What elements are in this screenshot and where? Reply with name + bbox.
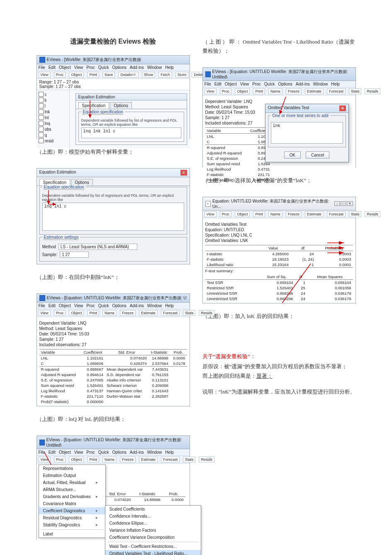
tab-specification[interactable]: Specification [78,102,110,109]
menu-item[interactable]: Options [112,303,126,308]
menu-item[interactable]: File [39,65,45,70]
maximize-icon[interactable]: □ [341,201,346,206]
menu-item[interactable]: Quick [98,450,109,455]
menu-item[interactable]: Label [39,531,105,538]
workfile-var[interactable]: resid [39,138,68,143]
workfile-var[interactable]: lnq [39,121,68,126]
toolbar-button[interactable]: Resids [199,457,214,462]
submenu-item[interactable]: Confidence Intervals... [105,513,201,520]
method-select[interactable]: LS - Least Squares (NLS and ARMA) [58,244,137,250]
menu-item[interactable]: Object [59,303,71,308]
menu-item[interactable]: Estimation Output [39,472,105,479]
menu-item[interactable]: Stability Diagnostics▸ [39,521,105,528]
toolbar-button[interactable]: Estimate [139,457,158,462]
toolbar-button[interactable]: Name [102,310,117,316]
menu-item[interactable]: Coefficient Diagnostics▸ [39,507,105,514]
menu-item[interactable]: Options [112,65,126,70]
menu-item[interactable]: Edit [49,65,56,70]
toolbar-button[interactable]: Name [102,457,117,462]
workfile-var[interactable]: obs [39,127,68,132]
menu-item[interactable]: Help [165,450,174,455]
menu-item[interactable]: Options [112,450,126,455]
menu-item[interactable]: Quick [98,303,109,308]
toolbar-button[interactable]: View [39,310,51,316]
menu-item[interactable]: Covariance Matrix [39,500,105,507]
menu-item[interactable]: Window [147,450,162,455]
menu-item[interactable]: Add-ins [296,82,310,86]
toolbar-button[interactable]: Object [69,310,84,316]
toolbar-button[interactable]: Freeze [120,310,136,316]
menu-item[interactable]: Object [59,450,71,455]
toolbar-button[interactable]: Forecast [161,457,180,462]
menu-item[interactable]: Options [278,82,292,86]
menu-item[interactable]: Object [225,82,237,86]
toolbar-button[interactable]: Name [268,211,282,217]
toolbar-button[interactable]: Freeze [286,211,302,217]
view-menu-dropdown[interactable]: RepresentationsEstimation OutputActual, … [39,465,106,538]
toolbar-button[interactable]: Proc [220,211,232,217]
toolbar-button[interactable]: Print [87,457,99,462]
menu-item[interactable]: Object [59,65,71,70]
menu-item[interactable]: ARMA Structure... [39,486,105,493]
submenu-item[interactable]: Scaled Coefficients [105,506,201,513]
toolbar-button[interactable]: Object [69,72,84,78]
submenu-item[interactable]: Omitted Variables Test - Likelihood Rati… [105,550,201,555]
workfile-var[interactable]: q [39,132,68,137]
toolbar-button[interactable]: Estimate [139,310,158,316]
menu-item[interactable]: View [74,450,83,455]
menu-item[interactable]: View [74,65,83,70]
toolbar-button[interactable]: View [205,211,217,217]
menu-item[interactable]: Window [147,303,162,308]
workfile-var[interactable]: lnl [39,115,68,120]
toolbar-button[interactable]: Print [87,72,99,78]
toolbar-button[interactable]: Forecast [161,310,180,316]
menu-item[interactable]: Help [331,82,340,86]
menu-item[interactable]: Edit [214,82,222,86]
menu-item[interactable]: Residual Diagnostics▸ [39,514,105,521]
toolbar-button[interactable]: Store [175,72,189,78]
tab-options[interactable]: Options [110,102,131,109]
menu-item[interactable]: Window [147,65,162,70]
equation-input[interactable]: lnq lnk lnl c [81,127,181,138]
menu-item[interactable]: Add-ins [130,65,144,70]
toolbar-button[interactable]: Name [268,88,282,94]
minimize-icon[interactable]: – [334,201,339,206]
toolbar-button[interactable]: Freeze [286,88,302,94]
menu-item[interactable]: Proc [86,303,95,308]
menu-item[interactable]: Gradients and Derivatives▸ [39,493,105,500]
menu-item[interactable]: Representations [39,465,105,472]
toolbar-button[interactable]: Proc [220,88,232,94]
toolbar-button[interactable]: Stats [183,310,196,316]
menu-item[interactable]: Edit [49,450,56,455]
toolbar-button[interactable]: Fetch [158,72,172,78]
workfile-var[interactable]: k [39,98,68,103]
toolbar-button[interactable]: Object [69,457,84,462]
menu-item[interactable]: Add-ins [130,303,144,308]
close-icon[interactable]: ✕ [180,170,187,176]
toolbar-button[interactable]: Proc [54,310,66,316]
close-icon[interactable]: ✕ [339,105,346,111]
toolbar-button[interactable]: Freeze [120,457,136,462]
toolbar-button[interactable]: Stats [349,211,362,217]
toolbar-button[interactable]: Proc [54,457,66,462]
equation-input[interactable]: lnq lnl c [42,203,184,231]
toolbar-button[interactable]: Object [235,211,250,217]
toolbar-button[interactable]: Print [253,211,265,217]
toolbar-button[interactable]: Object [235,88,250,94]
toolbar-button[interactable]: Print [87,310,99,316]
toolbar-button[interactable]: Resids [365,211,380,217]
toolbar-button[interactable]: Resids [365,88,380,94]
toolbar-button[interactable]: Resids [199,310,214,316]
coef-diagnostics-submenu[interactable]: Scaled CoefficientsConfidence Intervals.… [105,505,201,555]
menu-item[interactable]: View [240,82,249,86]
menu-item[interactable]: File [39,303,45,308]
menu-item[interactable]: Actual, Fitted, Residual▸ [39,479,105,486]
menu-item[interactable]: View [74,303,83,308]
menu-item[interactable]: Quick [98,65,109,70]
toolbar-button[interactable]: Proc [54,72,66,78]
toolbar-button[interactable]: Forecast [327,211,346,217]
cancel-button[interactable]: Cancel [306,152,329,159]
menu-item[interactable]: Proc [252,82,261,86]
workfile-var[interactable]: l [39,103,68,108]
sample-input[interactable]: 1 27 [60,252,89,258]
